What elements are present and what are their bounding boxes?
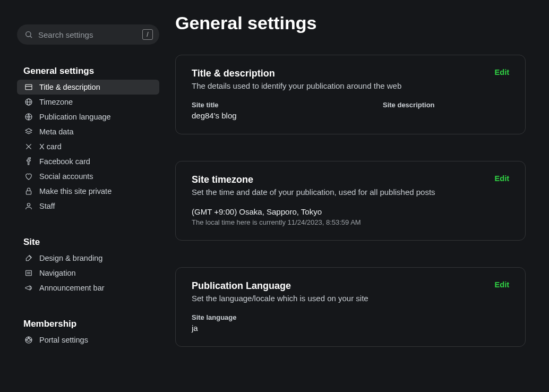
field-value-site-language: ja — [192, 323, 509, 333]
sidebar-item-publication-language[interactable]: Publication language — [17, 109, 159, 124]
edit-button[interactable]: Edit — [495, 280, 509, 289]
sidebar-item-label: Portal settings — [39, 336, 88, 344]
heart-icon — [24, 172, 33, 181]
card-site-timezone: Site timezone Set the time and date of y… — [175, 161, 526, 241]
card-subtitle: Set the language/locale which is used on… — [192, 294, 368, 303]
sidebar-item-label: Timezone — [39, 98, 73, 106]
title-icon — [24, 83, 33, 91]
search-input[interactable] — [38, 30, 137, 39]
svg-rect-11 — [26, 191, 31, 194]
timezone-helper: The local time here is currently 11/24/2… — [192, 218, 509, 226]
search-shortcut-key: / — [142, 29, 153, 40]
sidebar-item-label: Social accounts — [39, 172, 93, 181]
section-title-membership: Membership — [17, 319, 159, 333]
sidebar-item-label: Title & description — [39, 83, 100, 91]
user-icon — [24, 202, 33, 210]
sidebar-item-label: Design & branding — [39, 254, 102, 262]
sidebar-item-meta-data[interactable]: Meta data — [17, 124, 159, 139]
sidebar-item-make-private[interactable]: Make this site private — [17, 184, 159, 199]
lock-icon — [24, 187, 33, 195]
main-content: General settings Title & description The… — [175, 0, 549, 392]
svg-rect-2 — [25, 84, 32, 89]
edit-button[interactable]: Edit — [495, 174, 509, 183]
stack-icon — [24, 127, 33, 136]
facebook-icon — [24, 157, 33, 166]
sidebar-item-design-branding[interactable]: Design & branding — [17, 251, 159, 266]
svg-rect-13 — [26, 270, 32, 275]
svg-point-0 — [26, 32, 31, 37]
sidebar-item-timezone[interactable]: Timezone — [17, 95, 159, 109]
sidebar-item-label: Navigation — [39, 269, 76, 277]
nav-list-site: Design & branding Navigation Announcemen… — [17, 251, 159, 295]
sidebar-item-facebook-card[interactable]: Facebook card — [17, 154, 159, 169]
sidebar-item-label: Meta data — [39, 127, 74, 136]
card-subtitle: Set the time and date of your publicatio… — [192, 188, 435, 197]
svg-point-12 — [27, 203, 30, 206]
sidebar-item-label: Facebook card — [39, 157, 90, 166]
nav-list-general: Title & description Timezone Publication… — [17, 80, 159, 214]
language-icon — [24, 113, 33, 121]
field-label-site-title: Site title — [192, 101, 330, 109]
card-title: Site timezone — [192, 174, 435, 185]
sidebar-item-staff[interactable]: Staff — [17, 199, 159, 214]
list-icon — [24, 269, 33, 277]
brush-icon — [24, 254, 33, 262]
sidebar-item-announcement-bar[interactable]: Announcement bar — [17, 280, 159, 295]
x-icon — [24, 142, 33, 151]
sidebar-item-label: Announcement bar — [39, 284, 105, 292]
field-label-site-description: Site description — [383, 101, 435, 109]
svg-point-16 — [25, 337, 32, 343]
megaphone-icon — [24, 284, 33, 292]
sidebar-item-x-card[interactable]: X card — [17, 139, 159, 154]
globe-icon — [24, 98, 33, 106]
search-settings-input-wrapper[interactable]: / — [17, 24, 159, 45]
nav-list-membership: Portal settings — [17, 333, 159, 347]
svg-marker-8 — [25, 129, 32, 132]
card-title: Publication Language — [192, 280, 368, 292]
field-label-site-language: Site language — [192, 313, 509, 321]
section-title-site: Site — [17, 237, 159, 251]
sidebar-item-navigation[interactable]: Navigation — [17, 266, 159, 280]
card-publication-language: Publication Language Set the language/lo… — [175, 267, 526, 347]
field-value-site-title: deg84's blog — [192, 111, 330, 120]
card-subtitle: The details used to identify your public… — [192, 81, 401, 90]
card-title: Title & description — [192, 68, 401, 79]
sidebar-item-social-accounts[interactable]: Social accounts — [17, 169, 159, 184]
sidebar-item-label: X card — [39, 142, 62, 151]
sidebar-item-label: Staff — [39, 202, 55, 210]
sidebar-item-label: Publication language — [39, 113, 111, 121]
aperture-icon — [24, 336, 33, 344]
sidebar-item-label: Make this site private — [39, 187, 111, 195]
edit-button[interactable]: Edit — [495, 68, 509, 76]
sidebar-item-portal-settings[interactable]: Portal settings — [17, 333, 159, 347]
section-title-general: General settings — [17, 66, 159, 80]
card-title-description: Title & description The details used to … — [175, 55, 526, 134]
sidebar: / General settings Title & description T… — [0, 0, 175, 392]
page-title: General settings — [175, 13, 526, 33]
search-icon — [24, 30, 33, 39]
sidebar-item-title-description[interactable]: Title & description — [17, 80, 159, 95]
timezone-value: (GMT +9:00) Osaka, Sapporo, Tokyo — [192, 207, 509, 216]
svg-line-1 — [30, 36, 32, 38]
